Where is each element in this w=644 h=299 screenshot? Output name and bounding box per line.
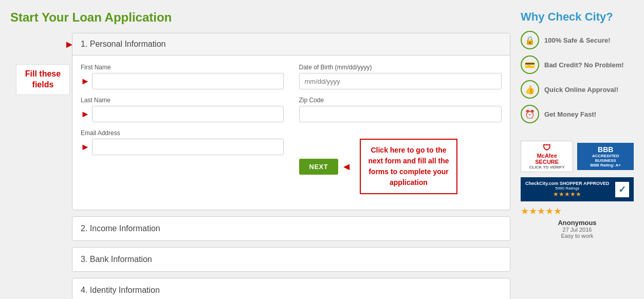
section-identity-info: 4. Identity Information: [72, 278, 510, 299]
email-arrow-row: ►: [81, 139, 284, 155]
zip-code-group: Zip Code: [299, 97, 502, 122]
click-here-tooltip: Click here to go to the next form and fi…: [360, 139, 457, 194]
email-label: Email Address: [81, 129, 284, 137]
zip-code-label: Zip Code: [299, 97, 502, 104]
main-content: Start Your Loan Application Fill these f…: [10, 10, 510, 299]
section1-body: First Name ► Date of Birth (mm/dd/yyyy): [72, 55, 510, 210]
section1-arrow-icon: ►: [64, 39, 75, 50]
section1-header-wrapper: ► 1. Personal Information: [72, 33, 510, 55]
next-button[interactable]: NEXT: [299, 159, 339, 175]
reviewer-date: 27 Jul 2016: [521, 227, 634, 233]
first-name-input[interactable]: [92, 73, 284, 89]
fill-fields-annotation: Fill these fields: [16, 64, 70, 95]
page-title: Start Your Loan Application: [10, 10, 510, 25]
dob-label: Date of Birth (mm/dd/yyyy): [299, 64, 502, 71]
last-name-label: Last Name: [81, 97, 284, 104]
credit-card-icon: 💳: [521, 55, 539, 74]
section1-header: 1. Personal Information: [72, 33, 510, 55]
next-group: NEXT ◄ Click here to go to the next form…: [299, 129, 502, 194]
last-name-group: Last Name ►: [81, 97, 284, 122]
section2-header: 2. Income Information: [72, 217, 510, 240]
section-income-info: 2. Income Information: [72, 216, 510, 241]
first-name-arrow-icon: ►: [81, 76, 90, 87]
last-name-arrow-icon: ►: [81, 109, 90, 120]
mcafee-badge[interactable]: 🛡 McAfee SECURE CLICK TO VERIFY: [521, 141, 573, 172]
stars: ★★★★★: [521, 205, 634, 217]
section3-header: 3. Bank Information: [72, 248, 510, 271]
reviewer-text: Easy to work: [521, 233, 634, 239]
bbb-badge[interactable]: BBB ACCREDITED BUSINESS BBB Rating: A+: [577, 143, 634, 170]
last-name-arrow-row: ►: [81, 106, 284, 122]
badge-row: 🛡 McAfee SECURE CLICK TO VERIFY BBB ACCR…: [521, 141, 634, 172]
why-item-safe: 🔒 100% Safe & Secure!: [521, 31, 634, 49]
why-title: Why Check City?: [521, 10, 634, 24]
first-name-arrow-row: ►: [81, 73, 284, 89]
first-name-group: First Name ►: [81, 64, 284, 89]
email-arrow-icon: ►: [81, 142, 90, 153]
section4-header: 4. Identity Information: [72, 278, 510, 299]
section-bank-info: 3. Bank Information: [72, 247, 510, 272]
first-name-label: First Name: [81, 64, 284, 71]
section-personal-info: Fill these fields ► 1. Personal Informat…: [72, 33, 510, 210]
email-group: Email Address ►: [81, 129, 284, 194]
why-item-money: ⏰ Get Money Fast!: [521, 105, 634, 123]
why-item-credit: 💳 Bad Credit? No Problem!: [521, 55, 634, 74]
next-row: NEXT ◄ Click here to go to the next form…: [299, 139, 502, 194]
lock-icon: 🔒: [521, 31, 539, 49]
page-wrapper: Start Your Loan Application Fill these f…: [0, 0, 644, 299]
dob-input[interactable]: [299, 73, 502, 89]
why-item-approval: 👍 Quick Online Approval!: [521, 80, 634, 99]
thumbs-up-icon: 👍: [521, 80, 539, 99]
sidebar: Why Check City? 🔒 100% Safe & Secure! 💳 …: [521, 10, 634, 299]
form-row-1: First Name ► Date of Birth (mm/dd/yyyy): [81, 64, 502, 89]
email-input[interactable]: [92, 139, 284, 155]
reviewer-name: Anonymous: [521, 219, 634, 227]
next-arrow-icon: ◄: [341, 161, 352, 173]
form-row-2: Last Name ► Zip Code: [81, 97, 502, 122]
zip-code-input[interactable]: [299, 106, 502, 122]
dob-group: Date of Birth (mm/dd/yyyy): [299, 64, 502, 89]
review-section: ★★★★★ Anonymous 27 Jul 2016 Easy to work: [521, 205, 634, 239]
form-row-3: Email Address ► NEXT ◄ Click here to go …: [81, 129, 502, 194]
clock-icon: ⏰: [521, 105, 539, 123]
shopper-badge[interactable]: CheckCity.com SHOPPER APPROVED 5090 Rati…: [521, 177, 634, 201]
last-name-input[interactable]: [92, 106, 284, 122]
